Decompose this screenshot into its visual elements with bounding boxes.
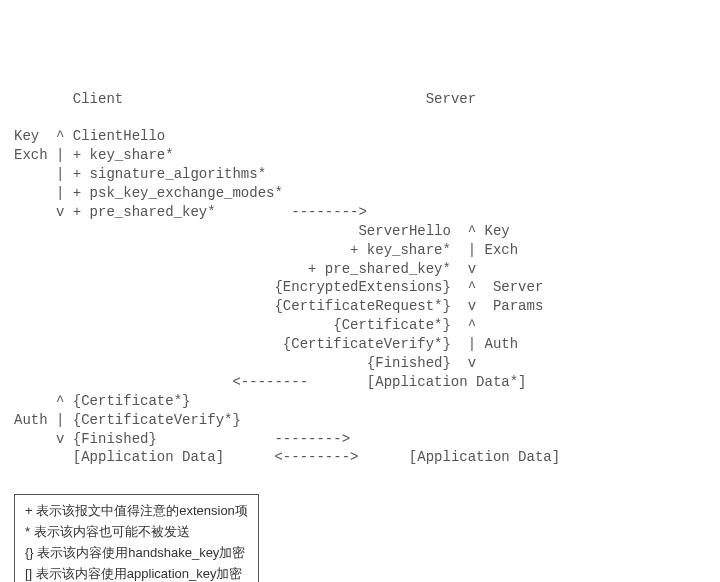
client-finished-line: v {Finished} --------> — [56, 431, 350, 447]
server-key-share-line: + key_share* | Exch — [350, 242, 518, 258]
server-appdata-line: <-------- [Application Data*] — [232, 374, 526, 390]
psk-line: v + pre_shared_key* --------> — [56, 204, 367, 220]
server-finished-line: {Finished} v — [367, 355, 476, 371]
legend-star: * 表示该内容也可能不被发送 — [25, 524, 190, 539]
server-hello-line: ServerHello ^ Key — [358, 223, 509, 239]
server-cert-line: {Certificate*} ^ — [333, 317, 476, 333]
server-psk-line: + pre_shared_key* v — [308, 261, 476, 277]
client-header: Client — [73, 91, 123, 107]
appdata-exchange-line: [Application Data] <--------> [Applicati… — [56, 449, 560, 465]
legend-brackets: [] 表示该内容使用application_key加密 — [25, 566, 242, 581]
server-header: Server — [426, 91, 476, 107]
client-hello-line: ^ ClientHello — [56, 128, 165, 144]
psk-modes-line: | + psk_key_exchange_modes* — [56, 185, 283, 201]
key-exch-label-2: Exch — [14, 147, 48, 163]
key-exch-label-1: Key — [14, 128, 39, 144]
legend-plus: + 表示该报文中值得注意的extension项 — [25, 503, 248, 518]
key-share-line: | + key_share* — [56, 147, 174, 163]
cert-req-line: {CertificateRequest*} v Params — [274, 298, 543, 314]
handshake-diagram: Client Server Key ^ ClientHello Exch | +… — [14, 90, 706, 468]
server-cert-verify-line: {CertificateVerify*} | Auth — [283, 336, 518, 352]
client-cert-verify-line: | {CertificateVerify*} — [56, 412, 241, 428]
client-cert-line: ^ {Certificate*} — [56, 393, 190, 409]
legend-box: + 表示该报文中值得注意的extension项 * 表示该内容也可能不被发送 {… — [14, 494, 259, 582]
enc-ext-line: {EncryptedExtensions} ^ Server — [274, 279, 543, 295]
sig-algo-line: | + signature_algorithms* — [56, 166, 266, 182]
auth-label: Auth — [14, 412, 48, 428]
legend-braces: {} 表示该内容使用handshake_key加密 — [25, 545, 245, 560]
